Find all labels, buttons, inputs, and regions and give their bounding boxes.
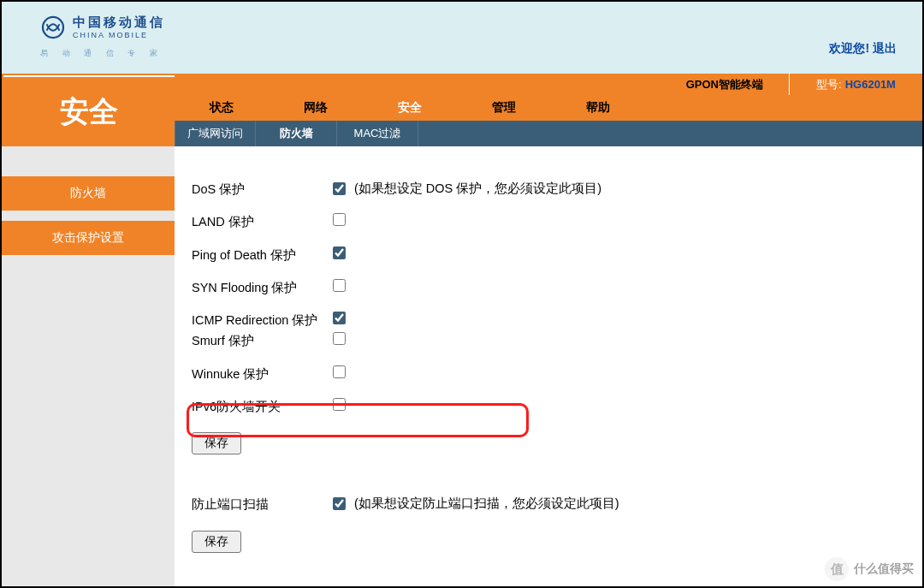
watermark: 值 什么值得买 bbox=[825, 557, 914, 581]
sidebar: 防火墙 攻击保护设置 bbox=[2, 146, 175, 586]
header-right: 欢迎您! 退出 bbox=[829, 41, 897, 56]
row-icmp: ICMP Redirection 保护 bbox=[192, 312, 905, 329]
content-area[interactable]: DoS 保护 (如果想设定 DOS 保护，您必须设定此项目) LAND 保护 P… bbox=[175, 146, 922, 586]
brand-cn: 中国移动通信 bbox=[73, 15, 165, 31]
sidebar-item-attack-protection[interactable]: 攻击保护设置 bbox=[2, 221, 175, 255]
subtab-firewall[interactable]: 防火墙 bbox=[256, 121, 337, 146]
checkbox-icmp[interactable] bbox=[333, 312, 346, 324]
row-smurf: Smurf 保护 bbox=[192, 332, 905, 349]
row-dos: DoS 保护 (如果想设定 DOS 保护，您必须设定此项目) bbox=[192, 181, 905, 198]
row-syn: SYN Flooding 保护 bbox=[192, 279, 905, 296]
model-label: 型号: bbox=[816, 77, 842, 92]
page-title: 安全 bbox=[3, 75, 175, 146]
checkbox-syn[interactable] bbox=[333, 279, 346, 292]
label-syn: SYN Flooding 保护 bbox=[192, 279, 333, 296]
subtab-mac-filter[interactable]: MAC过滤 bbox=[337, 121, 418, 146]
brand-subtitle: 易 动 通 信 专 家 bbox=[40, 48, 163, 59]
brand-en: CHINA MOBILE bbox=[73, 31, 165, 39]
label-winnuke: Winnuke 保护 bbox=[192, 365, 333, 383]
label-smurf: Smurf 保护 bbox=[192, 332, 333, 349]
label-land: LAND 保护 bbox=[192, 213, 333, 230]
checkbox-land[interactable] bbox=[333, 213, 346, 226]
model-info: 型号: HG6201M bbox=[789, 74, 922, 95]
row-winnuke: Winnuke 保护 bbox=[192, 365, 905, 383]
china-mobile-logo-icon bbox=[40, 15, 66, 40]
svg-point-0 bbox=[43, 17, 63, 38]
label-dos: DoS 保护 bbox=[192, 181, 333, 198]
checkbox-smurf[interactable] bbox=[333, 332, 346, 345]
row-pod: Ping of Death 保护 bbox=[192, 246, 905, 264]
label-pod: Ping of Death 保护 bbox=[192, 246, 333, 264]
tab-status[interactable]: 状态 bbox=[175, 95, 269, 121]
save-button-1[interactable]: 保存 bbox=[192, 432, 241, 454]
welcome-text: 欢迎您! bbox=[829, 41, 869, 55]
label-icmp: ICMP Redirection 保护 bbox=[192, 312, 333, 329]
sidebar-item-firewall[interactable]: 防火墙 bbox=[2, 176, 175, 211]
checkbox-ipv6-firewall[interactable] bbox=[333, 398, 346, 411]
checkbox-pod[interactable] bbox=[333, 246, 346, 259]
logout-link[interactable]: 退出 bbox=[873, 41, 897, 55]
tab-network[interactable]: 网络 bbox=[269, 95, 363, 121]
brand-logo: 中国移动通信 CHINA MOBILE bbox=[2, 2, 165, 40]
row-ipv6-firewall: IPv6防火墙开关 bbox=[192, 398, 905, 415]
tab-manage[interactable]: 管理 bbox=[457, 95, 551, 121]
tab-security[interactable]: 安全 bbox=[363, 95, 457, 121]
checkbox-winnuke[interactable] bbox=[333, 365, 346, 378]
note-dos: (如果想设定 DOS 保护，您必须设定此项目) bbox=[354, 181, 601, 197]
checkbox-dos[interactable] bbox=[333, 182, 346, 195]
save-button-2[interactable]: 保存 bbox=[192, 531, 241, 553]
row-portscan: 防止端口扫描 (如果想设定防止端口扫描，您必须设定此项目) bbox=[192, 496, 905, 513]
header: 中国移动通信 CHINA MOBILE 易 动 通 信 专 家 欢迎您! 退出 bbox=[2, 2, 922, 74]
label-ipv6-firewall: IPv6防火墙开关 bbox=[192, 398, 333, 415]
watermark-icon: 值 bbox=[825, 557, 849, 581]
device-type: GPON智能终端 bbox=[686, 77, 763, 92]
watermark-text: 什么值得买 bbox=[854, 561, 914, 577]
label-portscan: 防止端口扫描 bbox=[192, 496, 333, 513]
main-nav: 状态 网络 安全 管理 帮助 bbox=[175, 95, 922, 121]
subtab-wan-access[interactable]: 广域网访问 bbox=[175, 121, 256, 146]
row-land: LAND 保护 bbox=[192, 213, 905, 230]
note-portscan: (如果想设定防止端口扫描，您必须设定此项目) bbox=[354, 496, 619, 512]
sub-nav: 广域网访问 防火墙 MAC过滤 bbox=[175, 121, 922, 146]
model-value: HG6201M bbox=[845, 78, 896, 91]
checkbox-portscan[interactable] bbox=[333, 497, 346, 510]
tab-help[interactable]: 帮助 bbox=[551, 95, 645, 121]
